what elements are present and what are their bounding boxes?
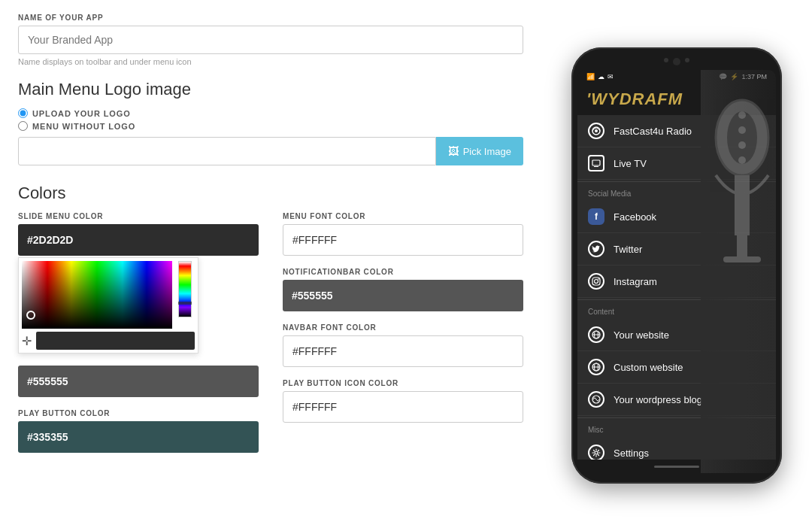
app-name-label: NAME OF YOUR APP (18, 14, 523, 22)
pick-image-row: 🖼 Pick Image (18, 137, 523, 165)
play-btn-icon-color-label: PLAY BUTTON ICON COLOR (283, 379, 523, 387)
slide-menu-color-swatch[interactable]: #2D2D2D (18, 224, 259, 256)
play-btn-icon-color-input[interactable] (283, 391, 523, 423)
radio-icon (588, 123, 604, 139)
phone-mockup: 📶 ☁ ✉ 💬 ⚡ 1:37 PM 'WYDRAFM (571, 47, 782, 484)
menu-font-color-input[interactable] (283, 224, 523, 256)
radio-without-input[interactable] (18, 121, 28, 131)
radio-label: FastCast4u Radio (614, 126, 692, 137)
color-hex-preview (36, 332, 195, 350)
tv-label: Live TV (614, 158, 647, 169)
svg-point-6 (598, 278, 599, 280)
navbar-font-color-field: NAVBAR FONT COLOR (283, 323, 523, 367)
custom-website-label: Custom website (614, 362, 683, 373)
radio-group-logo: UPLOAD YOUR LOGO MENU WITHOUT LOGO (18, 108, 523, 131)
navbar-font-color-input[interactable] (283, 335, 523, 367)
logo-section-title: Main Menu Logo image (18, 80, 523, 99)
svg-rect-22 (737, 235, 747, 258)
pick-image-button[interactable]: 🖼 Pick Image (436, 137, 523, 165)
notif-bar-color-field: NOTIFICATIONBAR COLOR #555555 (283, 268, 523, 311)
svg-point-20 (738, 141, 746, 149)
wordpress-label: Your wordpress blog (614, 394, 702, 405)
svg-point-14 (595, 451, 598, 454)
pick-image-bar (18, 137, 436, 165)
website-label: Your website (614, 329, 669, 341)
hue-handle[interactable] (178, 302, 192, 305)
menu-content: FastCast4u Radio Live TV Social Media (577, 115, 776, 460)
settings-icon (588, 445, 604, 460)
svg-rect-23 (723, 256, 761, 262)
play-btn-color-swatch[interactable]: #335355 (18, 421, 259, 453)
phone-screen: 📶 ☁ ✉ 💬 ⚡ 1:37 PM 'WYDRAFM (577, 70, 776, 473)
notif-color-field: #555555 (18, 366, 259, 397)
crosshair-handle[interactable] (26, 311, 35, 320)
play-btn-color-field: PLAY BUTTON COLOR #335355 (18, 409, 259, 453)
slide-menu-color-field: SLIDE MENU COLOR #2D2D2D (18, 212, 259, 353)
svg-point-21 (738, 156, 746, 164)
wordpress-icon (588, 391, 604, 408)
notif-bar-label: NOTIFICATIONBAR COLOR (283, 268, 523, 276)
menu-font-color-field: MENU FONT COLOR (283, 212, 523, 256)
globe-icon-1 (588, 326, 604, 343)
app-name-hint: Name displays on toolbar and under menu … (18, 57, 523, 66)
svg-rect-2 (592, 160, 600, 165)
wifi-icon: 📶 (586, 73, 595, 80)
hue-strip-wrapper (178, 261, 192, 329)
phone-dot-1 (664, 58, 668, 62)
image-icon: 🖼 (448, 145, 459, 157)
notif-color-swatch[interactable]: #555555 (18, 366, 259, 397)
radio-upload-input[interactable] (18, 108, 28, 118)
color-picker-popup: ✛ (18, 257, 198, 353)
left-panel: NAME OF YOUR APP Name displays on toolba… (0, 0, 541, 531)
facebook-icon: f (588, 208, 604, 225)
left-color-column: SLIDE MENU COLOR #2D2D2D (18, 212, 259, 465)
right-color-column: MENU FONT COLOR NOTIFICATIONBAR COLOR #5… (283, 212, 523, 465)
picker-row (22, 261, 195, 329)
twitter-icon (588, 241, 604, 257)
navbar-font-color-label: NAVBAR FONT COLOR (283, 323, 523, 332)
status-icons: 📶 ☁ ✉ (586, 73, 614, 80)
globe-icon-2 (588, 359, 604, 375)
phone-camera (673, 58, 680, 65)
radio-upload-logo[interactable]: UPLOAD YOUR LOGO (18, 108, 523, 118)
home-indicator (654, 466, 699, 468)
settings-label: Settings (614, 448, 649, 459)
svg-point-19 (738, 126, 746, 134)
mic-svg (701, 115, 776, 318)
eyedropper-button[interactable]: ✛ (22, 334, 32, 348)
svg-rect-3 (594, 166, 598, 167)
phone-camera-row (577, 58, 776, 65)
svg-rect-16 (735, 175, 750, 235)
svg-point-5 (595, 280, 598, 284)
radio-without-logo[interactable]: MENU WITHOUT LOGO (18, 121, 523, 131)
instagram-label: Instagram (614, 276, 657, 287)
app-name-input[interactable] (18, 26, 523, 54)
tv-icon (588, 155, 604, 171)
menu-font-color-label: MENU FONT COLOR (283, 212, 523, 220)
mic-background (701, 115, 776, 460)
facebook-label: Facebook (614, 211, 656, 223)
play-btn-icon-color-field: PLAY BUTTON ICON COLOR (283, 379, 523, 423)
mail-icon: ✉ (607, 73, 614, 80)
right-panel: 📶 ☁ ✉ 💬 ⚡ 1:37 PM 'WYDRAFM (541, 0, 812, 531)
slide-menu-color-label: SLIDE MENU COLOR (18, 212, 259, 220)
picker-bottom: ✛ (22, 332, 195, 350)
play-btn-color-label: PLAY BUTTON COLOR (18, 409, 259, 417)
phone-dot-2 (685, 58, 689, 62)
colors-grid: SLIDE MENU COLOR #2D2D2D (18, 212, 523, 465)
cloud-icon: ☁ (598, 73, 604, 80)
svg-point-1 (595, 129, 598, 132)
hue-strip[interactable] (178, 261, 192, 317)
notif-bar-swatch[interactable]: #555555 (283, 280, 523, 311)
instagram-icon (588, 273, 604, 290)
twitter-label: Twitter (614, 244, 642, 255)
spectrum-gradient[interactable] (22, 261, 172, 329)
colors-title: Colors (18, 184, 523, 203)
